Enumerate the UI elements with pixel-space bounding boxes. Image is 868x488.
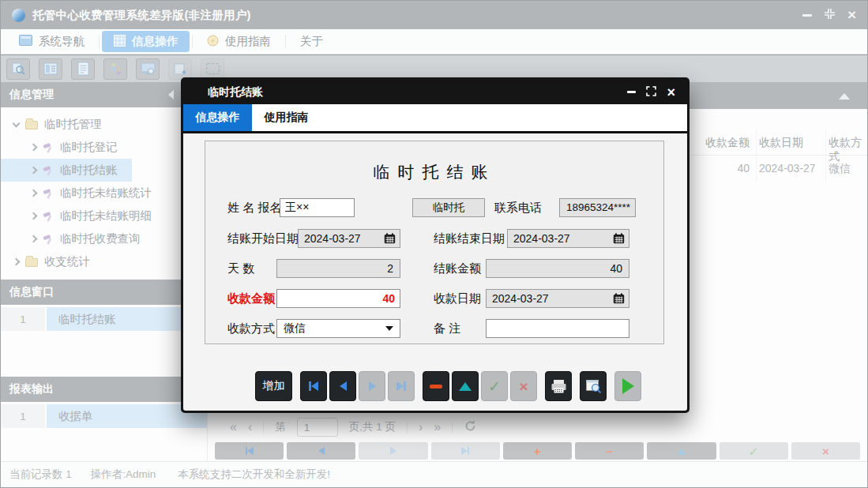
last-record-button[interactable] — [388, 371, 415, 401]
dialog-maximize-icon[interactable] — [646, 85, 656, 99]
card-view-icon[interactable] — [39, 58, 62, 80]
document-icon[interactable] — [71, 58, 95, 80]
refresh-icon[interactable] — [464, 419, 477, 436]
calendar-icon[interactable] — [613, 233, 625, 244]
close-icon[interactable]: × — [847, 9, 856, 21]
dialog-toolbar: 增加 ✓ × — [183, 371, 687, 401]
delete-record-button[interactable]: − — [575, 442, 644, 460]
add-record-button[interactable]: + — [503, 442, 572, 460]
pay-method-select[interactable]: 微信 — [276, 319, 400, 338]
note-input[interactable] — [486, 319, 629, 338]
menu-tab-system-nav[interactable]: 系统导航 — [7, 31, 96, 52]
add-button[interactable]: 增加 — [255, 371, 292, 401]
days-label: 天 数 — [227, 259, 254, 278]
next-record-button[interactable] — [359, 442, 427, 460]
collapse-left-icon[interactable] — [168, 90, 174, 99]
chevron-right-icon[interactable] — [13, 258, 21, 266]
help-icon — [207, 35, 219, 49]
row-index: 1 — [1, 307, 45, 331]
last-record-button[interactable] — [431, 442, 500, 460]
tool-icon — [43, 188, 54, 199]
new-form-icon[interactable] — [168, 58, 192, 80]
pay-date-field[interactable]: 2024-03-27 — [486, 289, 629, 308]
page-number-input[interactable] — [297, 418, 338, 437]
info-window-row[interactable]: 1 临时托结账 — [1, 307, 207, 331]
tree-item-temp-register[interactable]: 临时托登记 — [1, 136, 132, 159]
pager-prev-icon[interactable]: ‹ — [248, 420, 252, 434]
menu-bar: 系统导航 信息操作 使用指南 关于 — [1, 29, 867, 54]
dialog-minimize-icon[interactable] — [627, 91, 636, 93]
pager-separator — [263, 422, 264, 434]
org-icon[interactable] — [103, 58, 127, 80]
chevron-right-icon[interactable] — [30, 144, 38, 152]
menu-separator — [192, 35, 193, 48]
next-record-button[interactable] — [359, 371, 385, 401]
tree-item-temp-management[interactable]: 临时托管理 — [1, 113, 116, 136]
dropdown-caret-icon[interactable] — [385, 326, 393, 331]
delete-record-button[interactable] — [423, 371, 449, 401]
dialog-tab-guide[interactable]: 使用指南 — [252, 104, 321, 131]
tool-icon — [43, 234, 54, 245]
tree-item-temp-unsettled-detail[interactable]: 临时托未结账明细 — [1, 205, 166, 227]
dialog-close-icon[interactable]: × — [667, 87, 675, 98]
prev-record-button[interactable] — [329, 371, 356, 401]
tree-item-temp-unsettled-stats[interactable]: 临时托未结账统计 — [1, 182, 166, 205]
end-date-field[interactable]: 2024-03-27 — [507, 229, 629, 248]
collapse-up-icon[interactable] — [839, 93, 850, 99]
nav-tree: 临时托管理 临时托登记 临时托结账 临时托未结账统计 临时托未结账明细 — [1, 107, 207, 278]
restore-icon[interactable] — [824, 8, 836, 23]
edit-record-button[interactable] — [452, 371, 479, 401]
preview-button[interactable] — [580, 371, 607, 401]
app-window: 托管中心收费管理系统差异版(非注册用户) × 系统导航 信息操作 — [0, 0, 868, 488]
print-button[interactable] — [545, 371, 572, 401]
sidebar-header-info-window: 信息窗口 — [1, 280, 207, 305]
pager-next-icon[interactable]: › — [419, 420, 423, 434]
operator: 操作者:Admin — [91, 467, 156, 482]
dialog-title: 临时托结账 — [208, 85, 263, 99]
name-input[interactable] — [280, 198, 355, 217]
report-output-row[interactable]: 1 收据单 — [1, 404, 207, 428]
minimize-icon[interactable] — [802, 14, 812, 17]
days-field: 2 — [276, 259, 400, 278]
column-header[interactable]: 收款日期 — [759, 136, 803, 150]
cancel-button[interactable]: × — [791, 442, 860, 460]
dialog-tab-info-operation[interactable]: 信息操作 — [183, 104, 252, 131]
chevron-right-icon[interactable] — [30, 212, 38, 220]
chevron-down-icon[interactable] — [13, 119, 21, 127]
menu-tab-about[interactable]: 关于 — [288, 31, 335, 52]
grid-icon — [114, 35, 126, 49]
prev-record-button[interactable] — [287, 442, 355, 460]
query-icon[interactable] — [6, 58, 30, 80]
chevron-right-icon[interactable] — [30, 167, 38, 175]
calendar-icon[interactable] — [384, 233, 396, 244]
pay-amount-input[interactable] — [276, 289, 400, 308]
monitor-icon[interactable] — [136, 58, 160, 80]
calendar-icon[interactable] — [613, 293, 625, 304]
column-header[interactable]: 收款金额 — [694, 136, 750, 150]
chevron-right-icon[interactable] — [30, 190, 38, 197]
folder-icon — [25, 258, 38, 267]
window-icon — [19, 35, 32, 48]
confirm-button[interactable]: ✓ — [481, 371, 508, 401]
confirm-button[interactable]: ✓ — [720, 442, 788, 460]
run-button[interactable] — [614, 371, 641, 401]
first-record-button[interactable] — [215, 442, 284, 460]
menu-tab-guide[interactable]: 使用指南 — [195, 31, 283, 52]
menu-tab-info-operation[interactable]: 信息操作 — [102, 31, 190, 52]
pager-first-icon[interactable]: « — [230, 420, 237, 434]
folder-icon — [25, 121, 38, 130]
settle-form: 临时托结账 姓 名 报名 临时托 联系电话 18965324**** 结账开始日… — [205, 141, 664, 344]
chevron-right-icon[interactable] — [30, 235, 38, 243]
pager-last-icon[interactable]: » — [434, 420, 441, 434]
tree-item-income-stats[interactable]: 收支统计 — [1, 250, 104, 273]
window-title: 托管中心收费管理系统差异版(非注册用户) — [32, 8, 251, 23]
tree-item-temp-settle[interactable]: 临时托结账 — [1, 159, 132, 182]
selection-icon[interactable] — [201, 58, 224, 80]
first-record-button[interactable] — [300, 371, 327, 401]
record-count: 当前记录数 1 — [9, 467, 72, 482]
tree-item-temp-fee-query[interactable]: 临时托收费查询 — [1, 227, 155, 250]
start-date-field[interactable]: 2024-03-27 — [298, 229, 400, 248]
cancel-button[interactable]: × — [510, 371, 537, 401]
edit-record-button[interactable] — [647, 442, 716, 460]
tool-icon — [43, 211, 54, 222]
